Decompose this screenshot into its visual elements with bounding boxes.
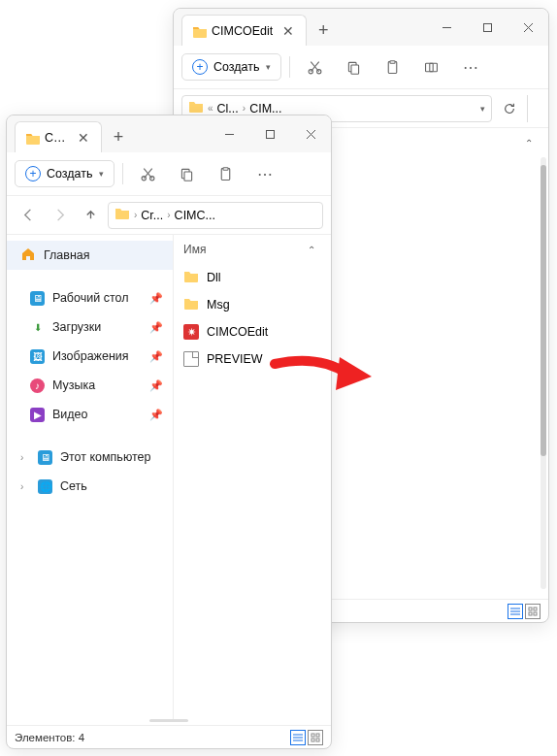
cut-button[interactable] bbox=[298, 50, 333, 83]
minimize-button[interactable] bbox=[209, 115, 249, 152]
file-icon bbox=[183, 351, 199, 367]
folder-icon bbox=[192, 24, 206, 38]
chevron-down-icon[interactable]: ▾ bbox=[480, 104, 485, 114]
folder-icon bbox=[25, 131, 39, 145]
pin-icon: 📌 bbox=[149, 350, 163, 363]
svg-rect-20 bbox=[534, 612, 537, 615]
svg-rect-38 bbox=[311, 739, 314, 741]
sidebar-item-downloads[interactable]: ⬇ Загрузки 📌 bbox=[7, 312, 173, 342]
close-tab-icon[interactable]: ✕ bbox=[74, 128, 93, 148]
copy-button[interactable] bbox=[337, 50, 372, 83]
new-tab-button[interactable]: + bbox=[307, 15, 340, 46]
svg-rect-11 bbox=[390, 60, 395, 63]
forward-button[interactable] bbox=[46, 208, 73, 222]
chevron-icon: « bbox=[208, 103, 213, 114]
search-edge bbox=[527, 95, 541, 122]
expand-icon[interactable]: › bbox=[20, 452, 30, 463]
paste-button[interactable] bbox=[209, 157, 244, 190]
create-label: Создать bbox=[47, 167, 93, 181]
breadcrumb[interactable]: CIM... bbox=[249, 102, 281, 115]
create-button[interactable]: + Создать ▾ bbox=[181, 53, 281, 81]
breadcrumb[interactable]: CIMC... bbox=[175, 209, 215, 222]
expand-icon[interactable]: › bbox=[20, 481, 30, 492]
computer-icon: 🖥 bbox=[38, 450, 52, 465]
copy-button[interactable] bbox=[170, 157, 205, 190]
svg-rect-9 bbox=[351, 64, 359, 73]
divider bbox=[122, 163, 123, 184]
sidebar-item-video[interactable]: ▶ Видео 📌 bbox=[7, 400, 173, 429]
chevron-down-icon: ▾ bbox=[266, 62, 271, 72]
app-icon: ✷ bbox=[183, 324, 199, 340]
refresh-button[interactable] bbox=[496, 102, 523, 115]
cut-button[interactable] bbox=[131, 157, 166, 190]
paste-button[interactable] bbox=[376, 50, 410, 83]
up-button[interactable] bbox=[77, 208, 104, 222]
sort-indicator-icon: ⌃ bbox=[525, 138, 533, 148]
more-button[interactable]: ⋯ bbox=[247, 157, 282, 190]
home-icon bbox=[20, 247, 36, 265]
pin-icon: 📌 bbox=[149, 292, 163, 305]
list-item[interactable]: Msg bbox=[174, 291, 331, 318]
sidebar-item-network[interactable]: › 🌐 Сеть bbox=[7, 472, 173, 501]
column-header-name[interactable]: Имя ⌃ bbox=[174, 235, 331, 264]
sidebar-item-computer[interactable]: › 🖥 Этот компьютер bbox=[7, 443, 173, 472]
close-tab-icon[interactable]: ✕ bbox=[278, 21, 298, 41]
chevron-right-icon: › bbox=[134, 210, 137, 220]
scrollbar[interactable] bbox=[541, 157, 546, 589]
svg-rect-17 bbox=[529, 608, 532, 610]
folder-icon bbox=[115, 206, 130, 224]
details-view-button[interactable] bbox=[290, 730, 306, 745]
svg-rect-22 bbox=[266, 130, 274, 138]
svg-rect-19 bbox=[529, 612, 532, 615]
minimize-button[interactable] bbox=[426, 9, 467, 46]
icons-view-button[interactable] bbox=[525, 604, 541, 619]
plus-circle-icon: + bbox=[25, 166, 41, 181]
tab-cimc[interactable]: CIMC ✕ bbox=[15, 121, 102, 152]
tab-title: CIMC bbox=[45, 131, 68, 145]
more-button[interactable]: ⋯ bbox=[453, 50, 488, 83]
tab-cimcoedit[interactable]: CIMCOEdit ✕ bbox=[181, 15, 307, 46]
sidebar-item-music[interactable]: ♪ Музыка 📌 bbox=[7, 371, 173, 400]
maximize-button[interactable] bbox=[249, 115, 290, 152]
sidebar-item-home[interactable]: Главная bbox=[7, 241, 173, 270]
sidebar-item-desktop[interactable]: 🖥 Рабочий стол 📌 bbox=[7, 283, 173, 312]
breadcrumb[interactable]: Cl... bbox=[217, 102, 239, 115]
svg-rect-32 bbox=[223, 167, 228, 170]
address-bar[interactable]: › Cr... › CIMC... bbox=[108, 202, 323, 229]
create-button[interactable]: + Создать ▾ bbox=[15, 160, 115, 187]
new-tab-button[interactable]: + bbox=[102, 121, 135, 152]
network-icon: 🌐 bbox=[38, 479, 52, 494]
svg-rect-18 bbox=[534, 608, 537, 610]
back-button[interactable] bbox=[15, 208, 42, 222]
list-item[interactable]: ✷CIMCOEdit bbox=[174, 318, 331, 345]
folder-icon bbox=[183, 296, 199, 314]
close-button[interactable] bbox=[290, 115, 331, 152]
icons-view-button[interactable] bbox=[308, 730, 323, 745]
rename-button[interactable] bbox=[414, 50, 449, 83]
chevron-right-icon: › bbox=[243, 103, 246, 114]
list-item[interactable]: Dll bbox=[174, 264, 331, 291]
maximize-button[interactable] bbox=[467, 9, 508, 46]
pin-icon: 📌 bbox=[149, 409, 163, 421]
pictures-icon: 🖼 bbox=[30, 349, 45, 364]
breadcrumb[interactable]: Cr... bbox=[141, 209, 163, 222]
download-icon: ⬇ bbox=[30, 320, 45, 335]
scrollbar-thumb[interactable] bbox=[541, 165, 546, 456]
sidebar-item-pictures[interactable]: 🖼 Изображения 📌 bbox=[7, 342, 173, 371]
pin-icon: 📌 bbox=[149, 321, 163, 334]
list-item[interactable]: PREVIEW bbox=[174, 345, 331, 373]
sort-indicator-icon: ⌃ bbox=[308, 245, 315, 255]
music-icon: ♪ bbox=[30, 378, 45, 393]
svg-rect-30 bbox=[184, 171, 192, 180]
svg-rect-1 bbox=[483, 23, 491, 31]
pin-icon: 📌 bbox=[149, 379, 163, 392]
close-button[interactable] bbox=[508, 9, 548, 46]
folder-icon bbox=[183, 269, 199, 287]
create-label: Создать bbox=[213, 60, 260, 74]
svg-rect-39 bbox=[316, 739, 319, 741]
svg-rect-37 bbox=[316, 734, 319, 737]
svg-rect-36 bbox=[311, 734, 314, 737]
desktop-icon: 🖥 bbox=[30, 291, 45, 306]
chevron-down-icon: ▾ bbox=[99, 169, 104, 179]
details-view-button[interactable] bbox=[508, 604, 523, 619]
